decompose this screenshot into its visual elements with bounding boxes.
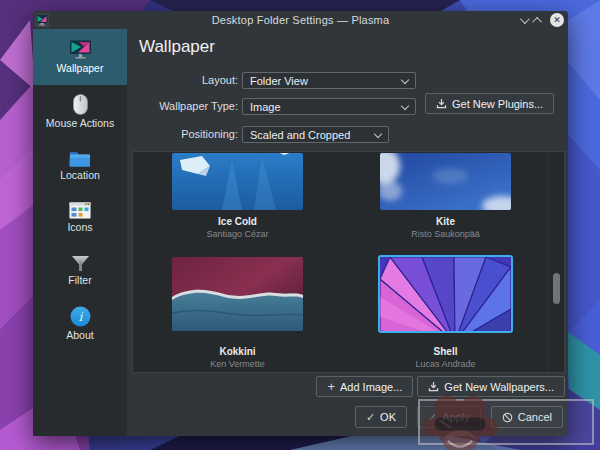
wallpaper-author: Ken Vermette — [172, 359, 303, 369]
sidebar-item-wallpaper[interactable]: Wallpaper — [33, 29, 127, 85]
wallpaper-card-ice-cold[interactable] — [172, 153, 303, 210]
button-label: Get New Plugins... — [452, 98, 543, 110]
wallpaper-type-label: Wallpaper Type: — [127, 98, 238, 115]
kite-thumbnail — [380, 153, 511, 210]
sidebar-label: Location — [60, 169, 100, 181]
sidebar-label: Wallpaper — [57, 62, 104, 74]
about-icon: i — [70, 306, 91, 327]
sidebar-item-mouse-actions[interactable]: Mouse Actions — [33, 85, 127, 138]
sidebar-label: Mouse Actions — [46, 117, 114, 129]
wallpaper-type-select[interactable]: Image — [242, 98, 416, 115]
titlebar[interactable]: Desktop Folder Settings — Plasma ✕ — [33, 11, 568, 29]
button-label: OK — [380, 411, 396, 423]
wallpaper-title: Shell — [380, 346, 511, 357]
wallpaper-type-value: Image — [250, 101, 281, 113]
add-image-button[interactable]: + Add Image... — [316, 376, 413, 397]
ice-cold-thumbnail — [172, 153, 303, 210]
folder-icon — [69, 149, 91, 167]
filter-icon — [71, 255, 90, 272]
wallpaper-card-kokkini[interactable] — [172, 257, 303, 331]
wallpaper-author: Lucas Andrade — [380, 359, 511, 369]
wallpaper-title: Kite — [380, 216, 511, 227]
layout-label: Layout: — [127, 72, 238, 89]
sidebar-label: Icons — [67, 221, 92, 233]
positioning-label: Positioning: — [127, 126, 238, 143]
screenshot-watermark — [418, 399, 594, 445]
mouse-icon — [73, 94, 88, 115]
download-icon — [436, 98, 447, 109]
wallpaper-card-shell[interactable] — [378, 255, 513, 333]
app-icon[interactable] — [35, 13, 49, 27]
window-title: Desktop Folder Settings — Plasma — [33, 14, 568, 26]
positioning-value: Scaled and Cropped — [250, 129, 350, 141]
plus-icon: + — [327, 380, 335, 393]
sidebar-item-icons[interactable]: Icons — [33, 191, 127, 244]
ok-button[interactable]: ✓ OK — [355, 406, 407, 428]
wallpaper-title: Ice Cold — [172, 216, 303, 227]
chevron-down-icon — [401, 76, 409, 84]
icons-icon — [69, 202, 91, 219]
layout-select[interactable]: Folder View — [242, 72, 416, 89]
wallpaper-author: Santiago Cézar — [172, 229, 303, 239]
shell-thumbnail — [380, 257, 511, 331]
wallpaper-title: Kokkini — [172, 346, 303, 357]
minimize-icon[interactable] — [520, 14, 530, 24]
check-icon: ✓ — [366, 411, 375, 424]
scrollbar-track[interactable] — [548, 152, 549, 372]
get-new-plugins-button[interactable]: Get New Plugins... — [425, 93, 554, 114]
close-button[interactable]: ✕ — [550, 13, 564, 27]
monkey-logo-icon — [422, 391, 498, 450]
wallpaper-icon — [69, 40, 92, 60]
button-label: Add Image... — [340, 381, 402, 393]
sidebar-label: About — [66, 329, 93, 341]
layout-value: Folder View — [250, 75, 308, 87]
page-title: Wallpaper — [139, 37, 215, 57]
scrollbar-handle[interactable] — [553, 273, 560, 304]
wallpaper-card-kite[interactable] — [380, 153, 511, 210]
chevron-down-icon — [374, 130, 382, 138]
main-content: Wallpaper Layout: Folder View Wallpaper … — [127, 29, 568, 436]
kokkini-thumbnail — [172, 257, 303, 331]
sidebar-label: Filter — [68, 274, 91, 286]
sidebar-item-filter[interactable]: Filter — [33, 244, 127, 297]
wallpaper-grid: Ice Cold Santiago Cézar — [132, 151, 565, 373]
sidebar-item-location[interactable]: Location — [33, 138, 127, 191]
maximize-icon[interactable] — [532, 16, 542, 26]
wallpaper-author: Risto Saukonpää — [380, 229, 511, 239]
sidebar: Wallpaper Mouse Actions — [33, 29, 127, 436]
settings-window: Desktop Folder Settings — Plasma ✕ Wallp… — [33, 11, 568, 436]
positioning-select[interactable]: Scaled and Cropped — [242, 126, 389, 143]
chevron-down-icon — [401, 102, 409, 110]
sidebar-item-about[interactable]: i About — [33, 297, 127, 350]
